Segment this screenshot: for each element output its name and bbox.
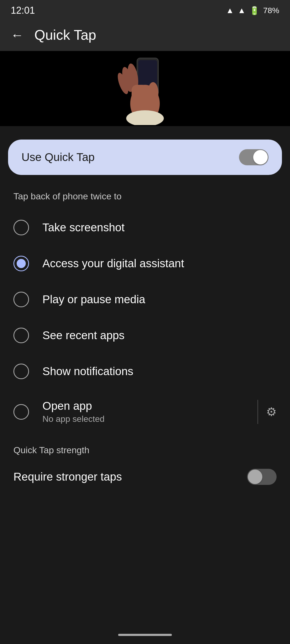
settings-right: ⚙ (255, 400, 277, 424)
option-digital-assistant[interactable]: Access your digital assistant (13, 246, 277, 281)
status-icons: ▲ ▲ 🔋 78% (226, 6, 279, 15)
svg-point-3 (148, 82, 158, 104)
option-open-app-text: Open app No app selected (42, 400, 104, 424)
option-open-app-sublabel: No app selected (42, 414, 104, 424)
stronger-taps-knob (248, 470, 262, 484)
hand-illustration (102, 51, 188, 126)
strength-section: Quick Tap strength Require stronger taps (0, 434, 290, 490)
status-time: 12:01 (11, 5, 35, 16)
radio-recent-apps[interactable] (13, 328, 29, 343)
back-button[interactable]: ← (11, 28, 24, 42)
option-media[interactable]: Play or pause media (13, 281, 277, 317)
require-stronger-taps-label: Require stronger taps (13, 470, 122, 483)
option-digital-assistant-label: Access your digital assistant (42, 257, 184, 270)
option-open-app-left: Open app No app selected (13, 400, 104, 424)
use-quick-tap-toggle[interactable] (239, 149, 269, 165)
option-notifications-label: Show notifications (42, 365, 133, 378)
hero-image (0, 51, 290, 126)
option-screenshot-label: Take screenshot (42, 221, 125, 234)
section-label: Tap back of phone twice to (0, 186, 290, 210)
option-screenshot[interactable]: Take screenshot (13, 210, 277, 246)
option-open-app[interactable]: Open app No app selected ⚙ (13, 389, 277, 434)
option-media-label: Play or pause media (42, 293, 145, 306)
svg-point-8 (126, 110, 164, 125)
wifi-icon: ▲ (226, 6, 234, 15)
require-stronger-taps-row[interactable]: Require stronger taps (13, 463, 277, 490)
radio-digital-assistant[interactable] (13, 256, 29, 271)
radio-open-app[interactable] (13, 404, 29, 420)
require-stronger-taps-toggle[interactable] (247, 469, 277, 485)
option-open-app-label: Open app (42, 400, 104, 412)
top-bar: ← Quick Tap (0, 19, 290, 51)
settings-divider (258, 400, 258, 424)
toggle-knob (253, 150, 268, 164)
radio-media[interactable] (13, 292, 29, 307)
option-recent-apps-label: See recent apps (42, 329, 125, 342)
radio-screenshot[interactable] (13, 220, 29, 235)
strength-section-label: Quick Tap strength (13, 445, 277, 455)
page-title: Quick Tap (34, 27, 96, 43)
radio-inner (17, 259, 26, 268)
svg-rect-7 (132, 85, 148, 112)
bottom-nav-indicator (118, 634, 172, 636)
use-quick-tap-label: Use Quick Tap (21, 151, 95, 164)
signal-icon: ▲ (238, 6, 246, 15)
battery-percent: 78% (263, 6, 279, 15)
radio-notifications[interactable] (13, 364, 29, 379)
options-list: Take screenshot Access your digital assi… (0, 210, 290, 434)
option-recent-apps[interactable]: See recent apps (13, 317, 277, 353)
settings-gear-icon[interactable]: ⚙ (266, 405, 277, 419)
battery-icon: 🔋 (249, 6, 259, 15)
use-quick-tap-card[interactable]: Use Quick Tap (8, 140, 282, 175)
option-notifications[interactable]: Show notifications (13, 353, 277, 389)
status-bar: 12:01 ▲ ▲ 🔋 78% (0, 0, 290, 19)
